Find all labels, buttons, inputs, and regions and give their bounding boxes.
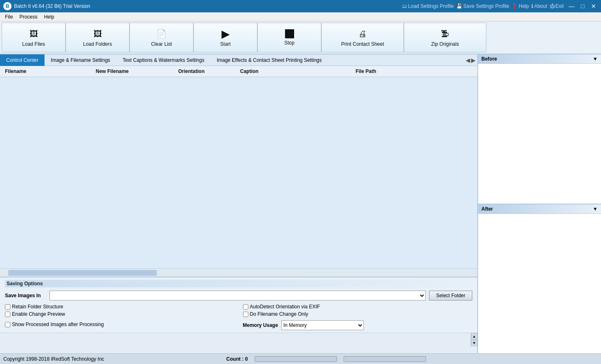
select-folder-button[interactable]: Select Folder (429, 291, 472, 301)
count-label: Count : 0 (226, 356, 248, 362)
bottom-notes: ▲ ▼ (0, 333, 477, 353)
print-contact-sheet-icon: 🖨 (356, 28, 369, 40)
file-list[interactable] (0, 77, 477, 268)
autodetect-orientation-checkbox[interactable] (243, 304, 248, 310)
retain-folder-structure-label: Retain Folder Structure (12, 304, 63, 310)
col-orientation: Orientation (177, 68, 238, 75)
col-filename: Filename (3, 68, 94, 75)
menu-bar: File Process Help (0, 12, 601, 21)
col-caption: Caption (238, 68, 354, 75)
clear-list-icon: 📄 (155, 28, 168, 40)
after-preview-content (478, 214, 601, 354)
retain-folder-structure-checkbox[interactable] (5, 304, 10, 310)
start-icon: ▶ (219, 28, 232, 40)
memory-usage-label: Memory Usage (243, 322, 278, 328)
status-extra (344, 356, 426, 362)
start-button[interactable]: ▶ Start (193, 23, 257, 52)
show-processed-images-label: Show Processed Images after Processing (12, 322, 104, 327)
autodetect-orientation-item: AutoDetect Orientation via EXIF (243, 304, 473, 310)
minimize-button[interactable]: — (567, 3, 576, 9)
title-ctrl-group: 🗂 Load Settings Profile 💾 Save Settings … (402, 3, 563, 9)
scroll-down-icon[interactable]: ▼ (471, 340, 477, 346)
tab-scroll-left-icon[interactable]: ◀ (466, 57, 470, 63)
zip-originals-button[interactable]: 🗜 Zip Originals (404, 23, 486, 52)
clear-list-button[interactable]: 📄 Clear List (130, 23, 193, 52)
about-btn[interactable]: ℹ About (531, 3, 547, 9)
exit-btn[interactable]: ⏻ Exit (550, 3, 564, 9)
menu-process[interactable]: Process (16, 13, 40, 21)
copyright-text: Copyright 1998-2018 iRedSoft Technology … (3, 356, 104, 362)
enable-change-preview-checkbox[interactable] (5, 312, 10, 317)
enable-change-preview-label: Enable Change Preview (12, 311, 65, 317)
tab-scroll-right-icon[interactable]: ▶ (471, 57, 476, 63)
show-processed-images-item: Show Processed Images after Processing (5, 319, 235, 330)
print-contact-sheet-button[interactable]: 🖨 Print Contact Sheet (321, 23, 404, 52)
saving-options-title: Saving Options (5, 280, 472, 287)
memory-usage-select[interactable]: In Memory On Disk (281, 320, 364, 330)
saving-options: Saving Options Save Images In Select Fol… (0, 277, 477, 333)
menu-file[interactable]: File (2, 13, 16, 21)
memory-usage-row: Memory Usage In Memory On Disk (243, 320, 473, 330)
progress-bar (255, 356, 337, 362)
close-button[interactable]: ✕ (589, 3, 598, 9)
menu-help[interactable]: Help (41, 13, 58, 21)
side-preview: Before ▼ After ▼ (477, 54, 601, 353)
tab-control-center[interactable]: Control Center (0, 54, 45, 66)
after-label: After (481, 206, 493, 212)
after-preview-header: After ▼ (478, 204, 601, 214)
app-title: Batch It v6.64 (32 Bit) Trial Version (14, 3, 400, 9)
load-folders-button[interactable]: 🖼 Load Folders (66, 23, 130, 52)
stop-icon (285, 29, 294, 38)
before-preview-content (478, 64, 601, 204)
do-filename-change-only-label: Do Filename Change Only (250, 311, 308, 317)
tab-image-filename-settings[interactable]: Image & Filename Settings (45, 54, 116, 66)
do-filename-change-only-item: Do Filename Change Only (243, 311, 473, 317)
table-header: Filename New Filename Orientation Captio… (0, 66, 477, 77)
load-settings-profile-btn[interactable]: 🗂 Load Settings Profile (402, 3, 454, 9)
tab-scroll-arrows: ◀ ▶ (466, 57, 477, 63)
tab-image-effects-contact[interactable]: Image Effects & Contact Sheet Printing S… (210, 54, 328, 66)
file-list-area: Control Center Image & Filename Settings… (0, 54, 477, 353)
scroll-up-icon[interactable]: ▲ (471, 333, 477, 340)
bottom-scroll-arrows: ▲ ▼ (471, 333, 477, 346)
help-btn[interactable]: ❓ Help (511, 3, 529, 9)
tab-text-captions-watermarks[interactable]: Text Captions & Watermarks Settings (116, 54, 210, 66)
before-label: Before (481, 56, 497, 62)
before-chevron-icon[interactable]: ▼ (593, 56, 598, 62)
zip-originals-icon: 🗜 (438, 28, 452, 40)
col-file-path: File Path (354, 68, 477, 75)
show-processed-images-checkbox[interactable] (5, 322, 10, 327)
load-files-icon: 🖼 (27, 28, 40, 40)
app-icon: B (3, 2, 12, 10)
do-filename-change-only-checkbox[interactable] (243, 312, 248, 317)
stop-button[interactable]: Stop (257, 23, 321, 52)
tabs: Control Center Image & Filename Settings… (0, 54, 477, 66)
load-files-button[interactable]: 🖼 Load Files (2, 23, 66, 52)
autodetect-orientation-label: AutoDetect Orientation via EXIF (250, 304, 320, 310)
enable-change-preview-item: Enable Change Preview (5, 311, 235, 317)
save-images-row: Save Images In Select Folder (5, 291, 472, 301)
main-layout: Control Center Image & Filename Settings… (0, 54, 601, 353)
hscroll-thumb[interactable] (8, 270, 157, 276)
after-preview-panel: After ▼ (478, 204, 601, 354)
maximize-button[interactable]: □ (580, 3, 586, 9)
title-controls: 🗂 Load Settings Profile 💾 Save Settings … (402, 3, 598, 9)
load-folders-icon: 🖼 (91, 28, 104, 40)
save-settings-profile-btn[interactable]: 💾 Save Settings Profile (456, 3, 509, 9)
toolbar: 🖼 Load Files 🖼 Load Folders 📄 Clear List… (0, 21, 601, 54)
retain-folder-structure-item: Retain Folder Structure (5, 304, 235, 310)
checkboxes-row: Retain Folder Structure AutoDetect Orien… (5, 304, 472, 330)
col-new-filename: New Filename (94, 68, 177, 75)
save-images-select[interactable] (49, 291, 426, 301)
status-bar: Copyright 1998-2018 iRedSoft Technology … (0, 353, 601, 364)
title-bar: B Batch It v6.64 (32 Bit) Trial Version … (0, 0, 601, 12)
hscroll-area[interactable] (0, 268, 477, 277)
save-images-label: Save Images In (5, 293, 46, 298)
before-preview-panel: Before ▼ (478, 54, 601, 204)
after-chevron-icon[interactable]: ▼ (593, 206, 598, 212)
before-preview-header: Before ▼ (478, 54, 601, 64)
